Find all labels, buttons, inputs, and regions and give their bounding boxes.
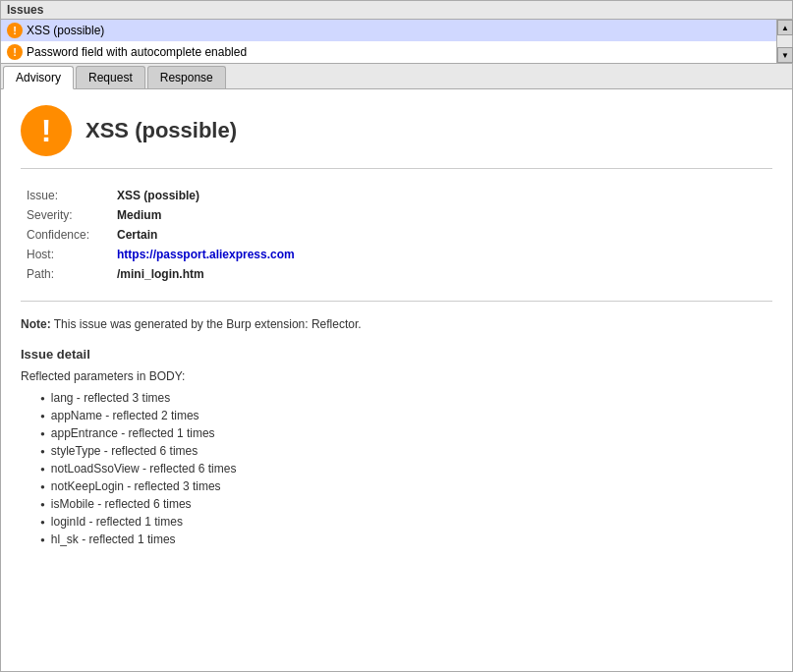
severity-value: Medium	[113, 206, 770, 224]
detail-row-confidence: Confidence: Certain	[23, 226, 770, 244]
path-value: /mini_login.htm	[113, 265, 770, 283]
advisory-title-row: ! XSS (possible)	[21, 105, 772, 169]
note-section: Note: This issue was generated by the Bu…	[21, 317, 772, 331]
detail-row-path: Path: /mini_login.htm	[23, 265, 770, 283]
param-item: isMobile - reflected 6 times	[40, 495, 772, 513]
param-item: notLoadSsoView - reflected 6 times	[40, 460, 772, 477]
issue-value: XSS (possible)	[113, 187, 770, 204]
scroll-up-arrow[interactable]: ▲	[777, 20, 793, 35]
big-warning-icon: !	[21, 105, 72, 156]
advisory-content: ! XSS (possible) Issue: XSS (possible) S…	[1, 89, 792, 671]
issue-detail-title: Issue detail	[21, 347, 772, 362]
tabs-bar: Advisory Request Response	[1, 64, 792, 89]
issue-item-password[interactable]: ! Password field with autocomplete enabl…	[1, 41, 776, 63]
tab-request[interactable]: Request	[76, 66, 145, 88]
issues-title: Issues	[7, 3, 43, 17]
issues-header: Issues	[1, 1, 792, 20]
confidence-value: Certain	[113, 226, 770, 244]
advisory-main-title: XSS (possible)	[85, 118, 237, 143]
param-item: loginId - reflected 1 times	[40, 513, 772, 531]
param-item: appName - reflected 2 times	[40, 407, 772, 424]
tab-response[interactable]: Response	[147, 66, 226, 88]
path-label: Path:	[23, 265, 111, 283]
params-list: lang - reflected 3 timesappName - reflec…	[40, 389, 772, 548]
issues-scrollbar[interactable]: ▲ ▼	[776, 20, 792, 63]
param-item: styleType - reflected 6 times	[40, 442, 772, 460]
scroll-down-arrow[interactable]: ▼	[777, 47, 793, 63]
warning-icon-xss: !	[7, 23, 23, 38]
param-item: hl_sk - reflected 1 times	[40, 531, 772, 548]
param-item: appEntrance - reflected 1 times	[40, 424, 772, 442]
issue-item-password-label: Password field with autocomplete enabled	[27, 45, 247, 59]
issue-item-xss[interactable]: ! XSS (possible)	[1, 20, 776, 41]
issues-panel: Issues ! XSS (possible) ! Password field…	[0, 0, 793, 672]
detail-row-host: Host: https://passport.aliexpress.com	[23, 246, 770, 263]
confidence-label: Confidence:	[23, 226, 111, 244]
severity-label: Severity:	[23, 206, 111, 224]
scroll-track	[777, 35, 792, 47]
warning-icon-password: !	[7, 44, 23, 60]
detail-row-issue: Issue: XSS (possible)	[23, 187, 770, 204]
note-text: This issue was generated by the Burp ext…	[51, 317, 362, 331]
detail-row-severity: Severity: Medium	[23, 206, 770, 224]
issue-label: Issue:	[23, 187, 111, 204]
issue-detail-section: Issue detail Reflected parameters in BOD…	[21, 347, 772, 548]
host-link: https://passport.aliexpress.com	[117, 248, 295, 261]
host-label: Host:	[23, 246, 111, 263]
param-item: lang - reflected 3 times	[40, 389, 772, 407]
issues-list: ! XSS (possible) ! Password field with a…	[1, 20, 792, 64]
details-table: Issue: XSS (possible) Severity: Medium C…	[21, 185, 772, 302]
reflected-params-label: Reflected parameters in BODY:	[21, 369, 772, 383]
issue-item-xss-label: XSS (possible)	[27, 24, 104, 37]
tab-advisory[interactable]: Advisory	[3, 66, 74, 89]
note-prefix: Note:	[21, 317, 51, 331]
host-value[interactable]: https://passport.aliexpress.com	[113, 246, 770, 263]
param-item: notKeepLogin - reflected 3 times	[40, 477, 772, 495]
